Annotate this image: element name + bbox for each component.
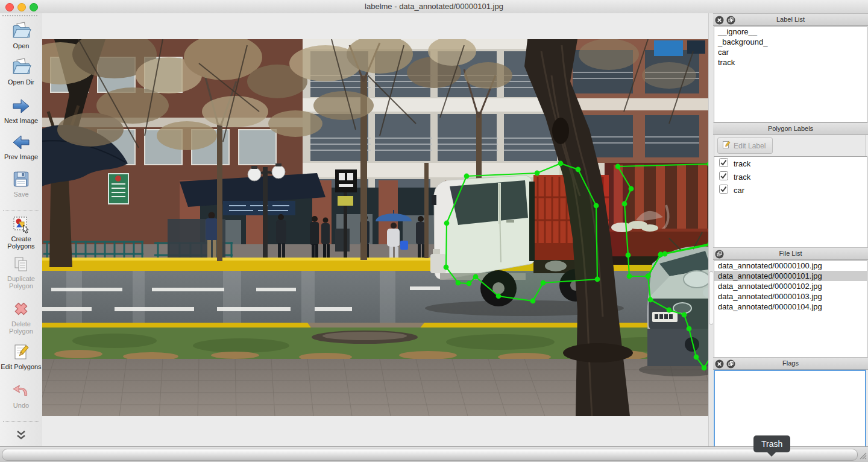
toolbar-item-label: Next Image [0,117,42,124]
annotation-vertex[interactable] [615,164,621,169]
open-button[interactable]: Open [0,21,42,49]
window-resize-grip[interactable] [858,451,867,462]
duplicate-icon [0,255,42,274]
annotation-vertex[interactable] [629,186,634,192]
polygon-label-item[interactable]: car [714,183,867,197]
polygon-label-item[interactable]: track [714,170,867,183]
create-polygons-button[interactable]: Create Polygons [0,215,42,250]
polygon-labels-header[interactable]: Polygon Labels [713,122,868,135]
toolbar-item-label: Create Polygons [0,235,42,250]
undo-button[interactable]: Undo [0,380,42,409]
floppy-save-icon [0,169,42,189]
annotation-vertex[interactable] [467,281,472,286]
next-image-button[interactable]: Next Image [0,97,42,124]
window-title: labelme - data_annotated/00000101.jpg [0,2,868,11]
annotation-vertex[interactable] [594,203,599,209]
annotation-vertex[interactable] [658,252,664,258]
horizontal-scrollbar[interactable] [0,446,868,462]
toolbar-item-label: Undo [0,402,42,409]
file-list-item[interactable]: data_annotated/00000100.jpg [714,261,867,271]
edit-label-button-text: Edit Label [734,142,766,150]
annotation-vertex[interactable] [682,312,687,318]
file-list[interactable]: data_annotated/00000100.jpgdata_annotate… [714,260,867,358]
annotation-vertex[interactable] [667,308,672,313]
polygon-label-item[interactable]: track [714,157,867,170]
annotation-vertex[interactable] [648,297,653,303]
edit-polygons-button[interactable]: Edit Polygons [0,343,42,370]
panel-title: Flags [713,359,868,367]
file-list-item[interactable]: data_annotated/00000103.jpg [714,291,867,302]
annotation-vertex[interactable] [456,280,461,286]
chevron-double-down-icon [0,429,42,441]
open-dir-button[interactable]: Open Dir [0,57,42,86]
toolbar-item-label: Duplicate Polygon [0,275,42,290]
edit-label-button[interactable]: Edit Label [717,138,773,154]
annotation-vertex[interactable] [687,326,692,332]
dock-panels: Label List __ignore___background_cartrac… [713,13,868,462]
annotation-vertex[interactable] [576,167,581,172]
label-list-header[interactable]: Label List [713,13,868,26]
panel-title: Polygon Labels [713,125,868,132]
toolbar-separator [3,210,39,210]
file-list-header[interactable]: File List [713,247,868,260]
polygon-label-text: car [734,186,744,195]
street-photo [42,39,713,416]
scrollbar-thumb[interactable] [2,449,858,461]
toolbar-separator [3,421,39,422]
polygon-labels-toolbar: Edit Label [714,135,866,156]
canvas-vertical-scrollbar[interactable] [708,13,713,446]
annotation-vertex[interactable] [595,277,600,282]
toolbar-expand-button[interactable] [0,429,42,441]
toolbar: Open Open Dir Next Image Prev Image Save [0,13,43,446]
image-canvas[interactable] [42,13,713,446]
undo-arrow-icon [0,380,42,400]
toolbar-item-label: Edit Polygons [0,363,42,370]
annotation-vertex[interactable] [646,274,651,279]
flags-header[interactable]: Flags [713,357,868,370]
edit-pencil-icon [0,343,42,362]
folder-open-icon [0,21,42,41]
annotated-photo[interactable] [42,39,713,416]
trash-tooltip-text: Trash [761,439,782,449]
annotation-vertex[interactable] [530,299,536,304]
annotation-vertex[interactable] [622,201,627,207]
checkbox-checked-icon[interactable] [719,158,728,169]
label-list-item[interactable]: car [714,47,867,57]
label-list-item[interactable]: _background_ [714,37,867,47]
annotation-vertex[interactable] [473,274,479,280]
polygon-label-list[interactable]: tracktrackcar [714,156,867,248]
duplicate-polygon-button[interactable]: Duplicate Polygon [0,255,42,290]
label-list-item[interactable]: track [714,57,867,68]
toolbar-drag-handle[interactable] [2,15,37,19]
annotation-vertex[interactable] [496,294,502,299]
pencil-icon [722,141,731,151]
file-list-item[interactable]: data_annotated/00000101.jpg [714,271,867,281]
annotation-vertex[interactable] [535,171,540,176]
annotation-vertex[interactable] [694,355,699,360]
annotation-vertex[interactable] [626,253,631,258]
annotation-polygon-track[interactable] [446,163,597,301]
delete-polygon-button[interactable]: Delete Polygon [0,299,42,335]
annotation-vertex[interactable] [464,174,470,179]
checkbox-checked-icon[interactable] [719,171,728,182]
annotation-vertex[interactable] [558,161,564,166]
file-list-item[interactable]: data_annotated/00000104.jpg [714,302,867,312]
scrollbar-thumb[interactable] [709,271,713,324]
file-list-item[interactable]: data_annotated/00000102.jpg [714,281,867,291]
save-button[interactable]: Save [0,169,42,198]
prev-image-button[interactable]: Prev Image [0,133,42,160]
toolbar-item-label: Open [0,42,42,49]
annotation-vertex[interactable] [702,365,707,371]
checkbox-checked-icon[interactable] [719,185,728,195]
delete-x-icon [0,299,42,319]
annotation-vertex[interactable] [627,274,632,279]
label-list-item[interactable]: __ignore__ [714,27,867,37]
label-list[interactable]: __ignore___background_cartrack [714,26,867,122]
annotation-vertex[interactable] [541,280,546,286]
annotation-vertex[interactable] [444,221,450,226]
polygon-label-text: track [734,159,750,168]
create-polygons-icon [0,215,42,234]
annotation-vertex[interactable] [444,265,449,270]
toolbar-item-label: Open Dir [0,78,42,86]
arrow-right-icon [0,97,42,116]
